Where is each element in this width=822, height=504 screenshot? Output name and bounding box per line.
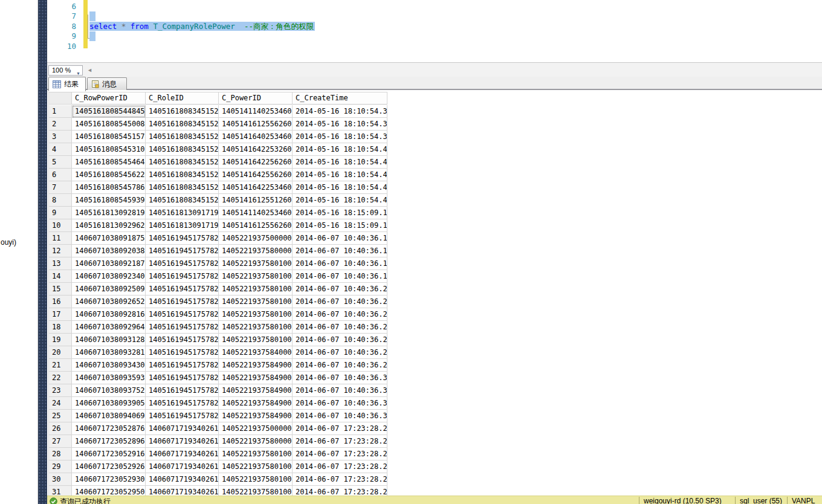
- row-header[interactable]: 2: [49, 118, 72, 131]
- grid-cell[interactable]: 140607103809203851: [72, 245, 146, 257]
- grid-cell[interactable]: 140522193758490041: [219, 410, 293, 422]
- scroll-left-button[interactable]: ◄: [87, 68, 92, 73]
- line-number[interactable]: 6: [47, 2, 80, 11]
- grid-cell[interactable]: 140516180834515242: [146, 131, 219, 143]
- grid-cell[interactable]: 140522193750000001: [219, 232, 293, 245]
- grid-cell[interactable]: 2014-06-07 10:40:36.147: [293, 232, 387, 245]
- editor-code[interactable]: select * from T_CompanyRolePower --商家：角色…: [89, 2, 822, 51]
- row-header[interactable]: 12: [49, 245, 72, 257]
- grid-cell[interactable]: 140522193758400001: [219, 346, 293, 359]
- line-number[interactable]: 10: [47, 42, 80, 51]
- line-number[interactable]: 9: [47, 31, 80, 41]
- grid-cell[interactable]: 140514164025346031: [219, 131, 293, 143]
- grid-cell[interactable]: 140607103809265274: [72, 296, 146, 308]
- grid-cell[interactable]: 140607103809312853: [72, 334, 146, 346]
- row-header[interactable]: 27: [49, 435, 72, 448]
- grid-cell[interactable]: 140516180854562269: [72, 169, 146, 181]
- grid-cell[interactable]: 140607103809359331: [72, 372, 146, 384]
- grid-cell[interactable]: 140516194517578226: [146, 270, 219, 283]
- grid-cell[interactable]: 140516180834515242: [146, 181, 219, 194]
- grid-cell[interactable]: 140607171934026170: [146, 486, 219, 496]
- grid-cell[interactable]: 2014-06-07 10:40:36.227: [293, 296, 387, 308]
- column-header[interactable]: C_PowerID: [219, 92, 293, 105]
- row-header[interactable]: 10: [49, 219, 72, 232]
- row-header[interactable]: 1: [49, 105, 72, 118]
- grid-cell[interactable]: 140522193750000001: [219, 422, 293, 435]
- row-header[interactable]: 9: [49, 207, 72, 219]
- tab-results[interactable]: 结果: [48, 77, 86, 91]
- grid-cell[interactable]: 140607171934026170: [146, 473, 219, 486]
- grid-cell[interactable]: 140516194517578226: [146, 296, 219, 308]
- grid-cell[interactable]: 140516180834515242: [146, 105, 219, 118]
- grid-cell[interactable]: 140514164255626031: [219, 169, 293, 181]
- grid-cell[interactable]: 140607171934026170: [146, 448, 219, 460]
- grid-cell[interactable]: 140516194517578226: [146, 334, 219, 346]
- grid-cell[interactable]: 140514164225326031: [219, 143, 293, 156]
- grid-cell[interactable]: 140607103809234068: [72, 270, 146, 283]
- grid-cell[interactable]: 140607103809406910: [72, 410, 146, 422]
- grid-cell[interactable]: 140516194517578226: [146, 410, 219, 422]
- row-header[interactable]: 4: [49, 143, 72, 156]
- grid-cell[interactable]: 140522193758000001: [219, 435, 293, 448]
- grid-cell[interactable]: 140607103809375276: [72, 384, 146, 397]
- row-header[interactable]: 8: [49, 194, 72, 207]
- row-header[interactable]: 15: [49, 283, 72, 296]
- grid-cell[interactable]: 140514161255626031: [219, 118, 293, 131]
- grid-cell[interactable]: 140522193758010041: [219, 308, 293, 321]
- grid-cell[interactable]: 140516194517578226: [146, 359, 219, 372]
- row-header[interactable]: 11: [49, 232, 72, 245]
- grid-cell[interactable]: 140607172305291614: [72, 448, 146, 460]
- grid-cell[interactable]: 2014-06-07 17:23:28.217: [293, 460, 387, 473]
- grid-cell[interactable]: 140607103809343060: [72, 359, 146, 372]
- grid-cell[interactable]: 140516194517578226: [146, 283, 219, 296]
- grid-cell[interactable]: 140522193758010021: [219, 473, 293, 486]
- grid-cell[interactable]: 140522193758490021: [219, 384, 293, 397]
- grid-cell[interactable]: 140607103809296481: [72, 321, 146, 334]
- grid-cell[interactable]: 140522193758010031: [219, 296, 293, 308]
- grid-cell[interactable]: 140607103809187589: [72, 232, 146, 245]
- grid-cell[interactable]: 140516181309296266: [72, 219, 146, 232]
- grid-cell[interactable]: 140522193758010001: [219, 257, 293, 270]
- grid-cell[interactable]: 140516180854546424: [72, 156, 146, 169]
- row-header[interactable]: 13: [49, 257, 72, 270]
- grid-cell[interactable]: 2014-05-16 18:10:54.413: [293, 156, 387, 169]
- grid-cell[interactable]: 2014-06-07 10:40:36.200: [293, 283, 387, 296]
- row-header[interactable]: 5: [49, 156, 72, 169]
- grid-cell[interactable]: 140514161255126031: [219, 194, 293, 207]
- grid-cell[interactable]: 2014-06-07 17:23:28.220: [293, 473, 387, 486]
- grid-cell[interactable]: 140522193758000001: [219, 245, 293, 257]
- row-header[interactable]: 17: [49, 308, 72, 321]
- grid-cell[interactable]: 140522193758010051: [219, 321, 293, 334]
- row-header[interactable]: 14: [49, 270, 72, 283]
- grid-cell[interactable]: 140522193758010031: [219, 486, 293, 496]
- code-line[interactable]: select * from T_CompanyRolePower --商家：角色…: [89, 22, 822, 31]
- grid-cell[interactable]: 140516194517578226: [146, 232, 219, 245]
- grid-cell[interactable]: 2014-05-16 18:15:09.170: [293, 219, 387, 232]
- grid-cell[interactable]: 140516180834515242: [146, 194, 219, 207]
- grid-cell[interactable]: 2014-05-16 18:10:54.383: [293, 131, 387, 143]
- grid-cell[interactable]: 140516194517578226: [146, 257, 219, 270]
- code-line[interactable]: [89, 2, 822, 11]
- grid-cell[interactable]: 140607103809281646: [72, 308, 146, 321]
- grid-cell[interactable]: 2014-06-07 17:23:28.220: [293, 486, 387, 496]
- grid-cell[interactable]: 2014-06-07 17:23:28.213: [293, 435, 387, 448]
- grid-cell[interactable]: 140522193758010021: [219, 283, 293, 296]
- row-header[interactable]: 19: [49, 334, 72, 346]
- grid-cell[interactable]: 140516180854531052: [72, 143, 146, 156]
- grid-cell[interactable]: 140522193758490001: [219, 359, 293, 372]
- grid-cell[interactable]: 140516181309171992: [146, 207, 219, 219]
- grid-cell[interactable]: 140516180834515242: [146, 118, 219, 131]
- column-header[interactable]: C_CreateTime: [293, 92, 387, 105]
- grid-cell[interactable]: 2014-05-16 18:10:54.400: [293, 143, 387, 156]
- grid-cell[interactable]: 140516180854484573: [72, 105, 146, 118]
- grid-cell[interactable]: 2014-05-16 18:10:54.370: [293, 118, 387, 131]
- grid-cell[interactable]: 140516194517578226: [146, 372, 219, 384]
- grid-cell[interactable]: 2014-06-07 10:40:36.183: [293, 270, 387, 283]
- grid-cell[interactable]: 2014-06-07 10:40:36.293: [293, 359, 387, 372]
- grid-cell[interactable]: 140607172305293086: [72, 473, 146, 486]
- grid-cell[interactable]: 140514114025346031: [219, 105, 293, 118]
- row-header[interactable]: 22: [49, 372, 72, 384]
- grid-cell[interactable]: 140607103809390548: [72, 397, 146, 410]
- grid-cell[interactable]: 140516194517578226: [146, 245, 219, 257]
- grid-cell[interactable]: 140522193758010011: [219, 270, 293, 283]
